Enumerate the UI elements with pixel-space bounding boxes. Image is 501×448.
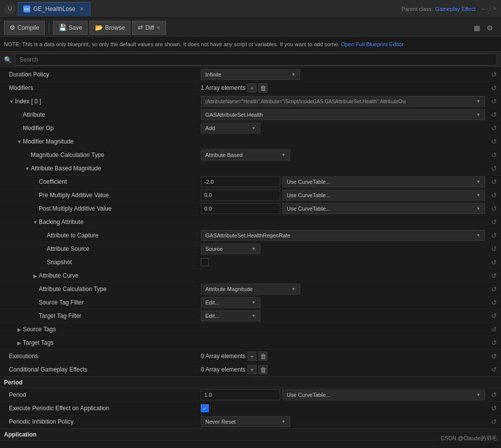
magnitude-calc-type-reset-btn[interactable]: ↺ (489, 150, 499, 160)
period-label: Period (9, 391, 26, 398)
main-content[interactable]: Duration Policy Infinite ▼ ↺ Modifiers 1… (0, 68, 501, 448)
executions-label-col: Executions (0, 350, 199, 363)
diff-button[interactable]: ⇄ Diff ▼ (132, 21, 166, 35)
post-multiply-input[interactable] (201, 203, 280, 214)
compile-button[interactable]: ⚙ Compile (4, 21, 45, 35)
attr-based-magnitude-expand[interactable]: ▼ (24, 165, 31, 172)
attr-based-magnitude-reset-btn[interactable]: ↺ (489, 163, 499, 173)
parent-class-link[interactable]: Gameplay Effect (435, 6, 475, 12)
duration-policy-reset-btn[interactable]: ↺ (489, 70, 499, 79)
attribute-curve-reset-btn[interactable]: ↺ (489, 271, 499, 281)
source-tags-expand[interactable]: ▶ (16, 326, 23, 333)
conditional-array-controls: 0 Array elements + 🗑 (201, 365, 267, 374)
attribute-curve-label-col: ▶ Attribute Curve (0, 269, 199, 282)
attribute-calc-type-reset-btn[interactable]: ↺ (489, 284, 499, 294)
snapshot-checkbox[interactable] (201, 258, 209, 266)
attribute-source-reset-btn[interactable]: ↺ (489, 244, 499, 254)
executions-delete-btn[interactable]: 🗑 (258, 352, 267, 361)
target-tag-filter-value: Edit... (205, 313, 219, 319)
attribute-source-dropdown[interactable]: Source ▼ (201, 243, 260, 254)
magnitude-calc-type-value-col: Attribute Based ▼ (199, 149, 487, 161)
minimize-btn[interactable]: ─ (482, 6, 486, 12)
period-input[interactable] (201, 389, 280, 400)
watermark-text: CSDN @Claude的羽毛 (441, 435, 497, 441)
index-0-reset-btn[interactable]: ↺ (489, 96, 499, 106)
source-tag-filter-reset-btn[interactable]: ↺ (489, 298, 499, 307)
browse-button[interactable]: 📂 Browse (89, 21, 130, 35)
post-multiply-reset-btn[interactable]: ↺ (489, 204, 499, 214)
coefficient-curve-value: Use CurveTable... (287, 179, 330, 185)
conditional-add-btn[interactable]: + (248, 365, 256, 374)
target-tag-filter-reset-btn[interactable]: ↺ (489, 311, 499, 321)
modifier-magnitude-label-col: ▼ Modifier Magnitude (0, 135, 199, 148)
note-link[interactable]: Open Full Blueprint Editor (341, 41, 404, 47)
post-multiply-row: Post Multiply Additive Value Use CurveTa… (0, 202, 501, 216)
maximize-btn[interactable]: □ (487, 6, 491, 12)
backing-attribute-reset-btn[interactable]: ↺ (489, 217, 499, 227)
coefficient-input[interactable] (201, 176, 280, 187)
attribute-dropdown[interactable]: GASAttributeSet.Health ▼ (201, 109, 485, 120)
periodic-inhibition-label-col: Periodic Inhibition Policy (0, 415, 199, 428)
target-tag-filter-dropdown[interactable]: Edit... ▼ (201, 310, 260, 321)
period-curve-arrow: ▼ (476, 392, 481, 397)
source-tags-reset-btn[interactable]: ↺ (489, 324, 499, 334)
period-section-label: Period (4, 379, 22, 386)
conditional-reset-btn[interactable]: ↺ (489, 365, 499, 374)
modifier-op-reset-btn[interactable]: ↺ (489, 123, 499, 133)
attribute-to-capture-dropdown[interactable]: GASAttributeSet.HealthRegenRate ▼ (201, 230, 485, 241)
modifier-magnitude-row: ▼ Modifier Magnitude ↺ (0, 135, 501, 149)
magnitude-calc-type-dropdown[interactable]: Attribute Based ▼ (201, 149, 290, 160)
index-0-value-col: (AttributeName="Health",Attribute="/Scri… (199, 95, 487, 108)
conditional-gameplay-effects-value-col: 0 Array elements + 🗑 (199, 364, 487, 375)
target-tags-reset-btn[interactable]: ↺ (489, 338, 499, 348)
close-btn[interactable]: ✕ (493, 5, 497, 12)
attribute-calc-type-label: Attribute Calculation Type (39, 286, 107, 293)
modifiers-delete-btn[interactable]: 🗑 (258, 83, 267, 92)
modifier-magnitude-expand[interactable]: ▼ (16, 138, 23, 145)
pre-multiply-input[interactable] (201, 190, 280, 201)
attribute-row: Attribute GASAttributeSet.Health ▼ ↺ (0, 108, 501, 122)
layout-icon-btn[interactable]: ▦ (471, 22, 482, 33)
source-tag-filter-row: Source Tag Filter Edit... ▼ ↺ (0, 296, 501, 309)
post-multiply-curve-dropdown[interactable]: Use CurveTable... ▼ (282, 203, 485, 214)
execute-periodic-reset-btn[interactable]: ↺ (489, 403, 499, 413)
target-tags-expand[interactable]: ▶ (16, 339, 23, 346)
backing-attribute-row: ▼ Backing Attribute ↺ (0, 216, 501, 229)
attribute-reset-btn[interactable]: ↺ (489, 110, 499, 120)
tab-close-button[interactable]: ✕ (79, 6, 85, 12)
executions-add-btn[interactable]: + (248, 352, 256, 361)
modifier-op-dropdown[interactable]: Add ▼ (201, 123, 260, 134)
backing-attribute-expand[interactable]: ▼ (32, 219, 39, 225)
index-0-dropdown[interactable]: (AttributeName="Health",Attribute="/Scri… (201, 96, 485, 107)
periodic-inhibition-dropdown[interactable]: Never Reset ▼ (201, 416, 290, 427)
conditional-gameplay-effects-label-col: Conditional Gameplay Effects (0, 363, 199, 376)
attribute-source-arrow: ▼ (251, 246, 256, 251)
settings-icon-btn[interactable]: ⚙ (484, 22, 495, 33)
index-0-expand[interactable]: ▼ (8, 98, 15, 105)
conditional-delete-btn[interactable]: 🗑 (258, 365, 267, 374)
attribute-to-capture-reset-btn[interactable]: ↺ (489, 230, 499, 240)
duration-policy-label-col: Duration Policy (0, 68, 199, 81)
periodic-inhibition-reset-btn[interactable]: ↺ (489, 417, 499, 427)
execute-periodic-checkbox[interactable]: ✓ (201, 404, 209, 412)
modifiers-reset-btn[interactable]: ↺ (489, 83, 499, 93)
modifiers-add-btn[interactable]: + (248, 83, 256, 92)
active-tab[interactable]: GE GE_HealthLose ✕ (18, 2, 90, 16)
pre-multiply-reset-btn[interactable]: ↺ (489, 190, 499, 200)
pre-multiply-curve-dropdown[interactable]: Use CurveTable... ▼ (282, 190, 485, 201)
executions-reset-btn[interactable]: ↺ (489, 351, 499, 361)
save-button[interactable]: 💾 Save (53, 21, 87, 35)
attribute-calc-type-dropdown[interactable]: Attribute Magnitude ▼ (201, 284, 300, 295)
snapshot-reset-btn[interactable]: ↺ (489, 257, 499, 267)
coefficient-curve-dropdown[interactable]: Use CurveTable... ▼ (282, 176, 485, 187)
coefficient-reset-btn[interactable]: ↺ (489, 177, 499, 187)
modifier-magnitude-reset-btn[interactable]: ↺ (489, 137, 499, 147)
source-tag-filter-dropdown[interactable]: Edit... ▼ (201, 297, 260, 308)
period-reset-btn[interactable]: ↺ (489, 390, 499, 400)
attribute-to-capture-arrow: ▼ (476, 233, 481, 238)
duration-policy-dropdown[interactable]: Infinite ▼ (201, 69, 300, 80)
search-input[interactable] (15, 54, 497, 66)
period-curve-dropdown[interactable]: Use CurveTable... ▼ (282, 389, 485, 400)
attribute-curve-expand[interactable]: ▶ (32, 272, 39, 279)
post-multiply-label: Post Multiply Additive Value (39, 205, 112, 212)
